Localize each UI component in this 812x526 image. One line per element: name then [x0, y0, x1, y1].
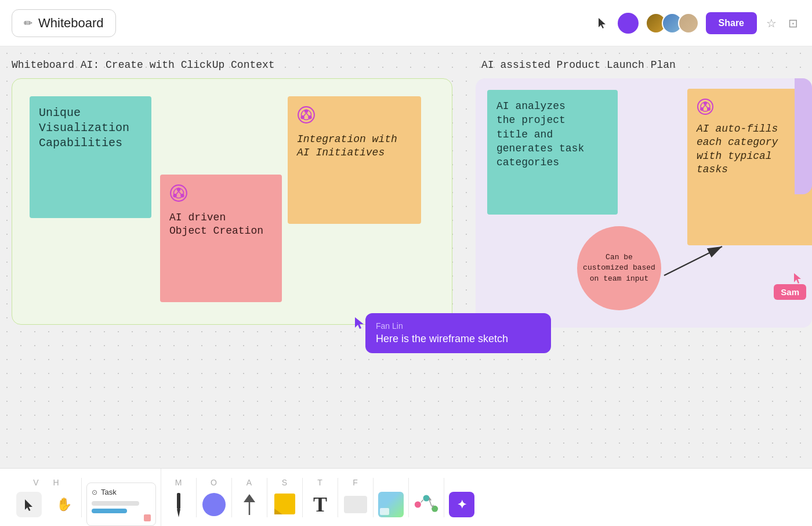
toolbar-arrow-section: A	[232, 478, 267, 517]
note-unique-viz[interactable]: UniqueVisualizationCapabilities	[30, 96, 151, 218]
note-ai-analyzes-text: AI analyzesthe projecttitle andgenerates…	[496, 100, 584, 168]
arrow-connector	[658, 241, 728, 287]
ai-tool[interactable]: ✦	[449, 492, 474, 517]
tool-icons-vh: ✋	[16, 492, 77, 517]
sam-label-text: Sam	[781, 287, 799, 297]
toolbar-text-section: T T	[303, 478, 338, 517]
text-icon: T	[313, 494, 327, 515]
svg-point-7	[298, 107, 314, 123]
task-bar-2	[92, 509, 127, 513]
header-left: ✏ Whiteboard	[12, 9, 116, 37]
connector-tool[interactable]	[414, 492, 439, 517]
sticky-tool[interactable]	[272, 492, 298, 517]
task-check-icon: ⊙	[92, 488, 97, 496]
svg-point-2	[177, 187, 180, 191]
svg-line-34	[430, 500, 432, 506]
tool-label-h: H	[53, 478, 60, 487]
right-overflow	[795, 78, 812, 194]
svg-line-13	[304, 113, 306, 116]
bubble-text: Can be customized based on team input	[577, 248, 661, 289]
pen-tool[interactable]	[166, 492, 191, 517]
task-preview-card: ⊙ Task	[86, 483, 156, 526]
toolbar-circle-section: O	[197, 478, 232, 517]
cursor-mode-icon[interactable]	[594, 15, 611, 31]
canvas[interactable]: Whiteboard AI: Create with ClickUp Conte…	[0, 46, 812, 481]
note-ai-analyzes[interactable]: AI analyzesthe projecttitle andgenerates…	[487, 90, 618, 215]
circle-bubble: Can be customized based on team input	[577, 226, 661, 310]
sam-label: Sam	[774, 284, 806, 300]
avatar-purple	[618, 13, 639, 34]
svg-point-31	[423, 495, 430, 501]
frame-tool[interactable]	[343, 492, 368, 517]
tool-label-v: V	[33, 478, 39, 487]
note-ai-driven[interactable]: AI drivenObject Creation	[160, 175, 282, 302]
tool-label-o: O	[211, 478, 217, 487]
title-box[interactable]: ✏ Whiteboard	[12, 9, 116, 37]
task-label: Task	[101, 488, 117, 496]
toolbar-ai-section: ✦	[444, 478, 479, 517]
task-tool[interactable]: ⊙ Task	[86, 483, 156, 526]
svg-point-9	[304, 109, 308, 113]
toolbar-image-section	[374, 478, 409, 517]
ai-tool-shape: ✦	[449, 492, 474, 517]
toolbar-sticky-section: S	[267, 478, 303, 517]
svg-line-33	[421, 499, 423, 502]
ai-icon-pink	[169, 184, 273, 206]
star-button[interactable]: ☆	[764, 14, 779, 32]
tool-labels-o: O	[211, 478, 217, 487]
arrow-tool[interactable]	[237, 492, 262, 517]
svg-line-6	[176, 191, 179, 194]
toolbar-connector-section	[409, 478, 444, 517]
section1-label: Whiteboard AI: Create with ClickUp Conte…	[12, 59, 275, 71]
note-integration[interactable]: Integration withAI Initiatives	[288, 96, 421, 224]
svg-line-21	[705, 105, 708, 108]
svg-marker-24	[177, 509, 180, 517]
tool-label-t: T	[317, 478, 323, 487]
more-button[interactable]: ⊡	[786, 14, 800, 32]
select-tool[interactable]	[16, 492, 42, 517]
svg-point-16	[698, 99, 713, 114]
header: ✏ Whiteboard Share ☆ ⊡	[0, 0, 812, 46]
tool-labels-s: S	[282, 478, 288, 487]
chat-tooltip: Fan Lin Here is the wireframe sketch	[365, 313, 551, 353]
image-tool[interactable]	[378, 492, 404, 517]
svg-rect-23	[177, 493, 180, 509]
tool-label-s: S	[282, 478, 288, 487]
toolbar-pen-section: M	[161, 478, 197, 517]
hand-tool[interactable]: ✋	[51, 492, 77, 517]
section2-label: AI assisted Product Launch Plan	[481, 59, 676, 71]
header-right: Share ☆ ⊡	[594, 12, 800, 34]
tool-labels-m: M	[175, 478, 183, 487]
edit-icon: ✏	[24, 17, 32, 30]
svg-line-22	[703, 105, 705, 108]
tool-labels-a: A	[246, 478, 252, 487]
tool-labels-vh: V H	[33, 478, 59, 487]
avatar-3	[678, 13, 699, 34]
svg-point-30	[415, 501, 421, 507]
svg-line-15	[664, 246, 722, 275]
tooltip-message: Here is the wireframe sketch	[376, 333, 541, 345]
tool-label-m: M	[175, 478, 183, 487]
note-unique-viz-text: UniqueVisualizationCapabilities	[39, 106, 129, 150]
cursor-purple	[354, 316, 365, 332]
task-dot	[144, 514, 151, 521]
note-ai-driven-text: AI drivenObject Creation	[169, 212, 263, 237]
note-ai-autofills[interactable]: AI auto-fillseach categorywith typicalta…	[687, 89, 812, 245]
frame-shape	[344, 496, 367, 513]
svg-point-0	[171, 185, 187, 201]
tool-labels-t: T	[317, 478, 323, 487]
image-preview-inner	[380, 508, 389, 515]
svg-line-12	[306, 113, 309, 116]
circle-tool[interactable]	[201, 492, 227, 517]
tool-labels-f: F	[353, 478, 358, 487]
share-button[interactable]: Share	[706, 12, 757, 34]
ai-tool-icon: ✦	[457, 498, 467, 512]
tool-label-a: A	[246, 478, 252, 487]
text-tool[interactable]: T	[307, 492, 333, 517]
task-indicator	[92, 513, 151, 520]
svg-marker-26	[244, 494, 255, 502]
toolbar-task-section: ⊙ Task	[82, 469, 161, 526]
svg-point-18	[704, 101, 707, 105]
tool-label-f: F	[353, 478, 358, 487]
hand-icon: ✋	[56, 497, 72, 512]
